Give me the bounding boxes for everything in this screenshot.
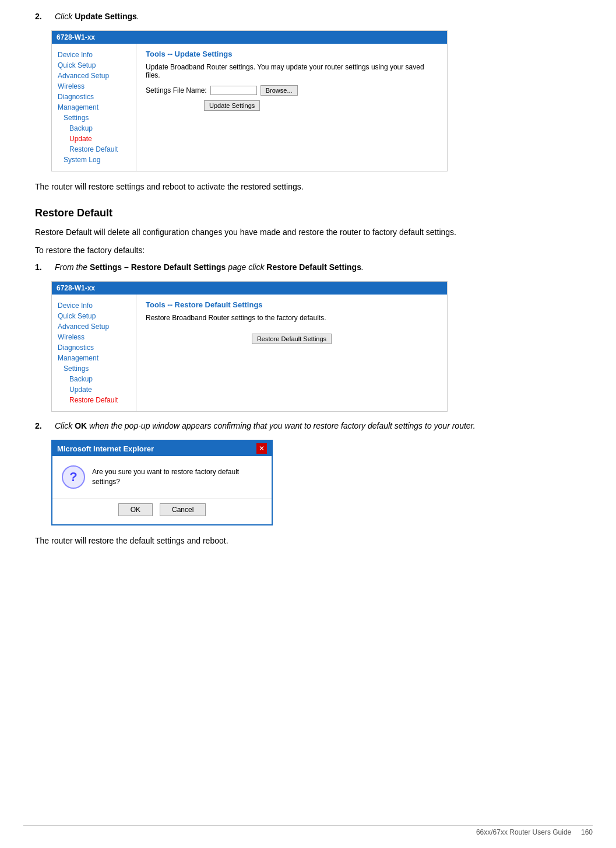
browse-button[interactable]: Browse... (261, 85, 298, 96)
router-body-2: Device Info Quick Setup Advanced Setup W… (52, 295, 447, 411)
popup-title-text: Microsoft Internet Explorer (57, 444, 154, 453)
step1-bold1: Settings – Restore Default Settings (90, 262, 226, 272)
router-title-bar-1: 6728-W1-xx (52, 31, 447, 44)
nav-backup-2[interactable]: Backup (52, 374, 136, 384)
step2-number: 2. (35, 12, 49, 21)
update-btn-row: Update Settings (204, 100, 438, 111)
nav-advanced-setup-2[interactable]: Advanced Setup (52, 321, 136, 332)
restore-default-para2: To restore the factory defaults: (35, 244, 581, 257)
router-content-update: Tools -- Update Settings Update Broadban… (136, 44, 447, 171)
router-content-desc-1: Update Broadband Router settings. You ma… (146, 63, 438, 79)
popup-screenshot: Microsoft Internet Explorer ✕ ? Are you … (51, 440, 273, 525)
nav-quick-setup-1[interactable]: Quick Setup (52, 60, 136, 71)
router-content-title-1: Tools -- Update Settings (146, 50, 438, 58)
nav-update-2[interactable]: Update (52, 384, 136, 395)
after-update-text: The router will restore settings and reb… (35, 181, 581, 193)
settings-file-input[interactable] (210, 86, 257, 95)
nav-update-1[interactable]: Update (52, 134, 136, 144)
nav-restore-default-1[interactable]: Restore Default (52, 144, 136, 155)
router-screenshot-restore: 6728-W1-xx Device Info Quick Setup Advan… (51, 281, 448, 412)
nav-management-1[interactable]: Management (52, 102, 136, 113)
nav-wireless-2[interactable]: Wireless (52, 332, 136, 342)
footer-page: 160 (581, 828, 593, 836)
step1-text: From the Settings – Restore Default Sett… (55, 262, 364, 272)
update-settings-button[interactable]: Update Settings (204, 100, 260, 111)
popup-title-bar: Microsoft Internet Explorer ✕ (52, 441, 272, 456)
after-restore-text: The router will restore the default sett… (35, 535, 581, 547)
nav-settings-2[interactable]: Settings (52, 363, 136, 374)
restore-default-heading: Restore Default (35, 207, 581, 219)
footer-text: 66xx/67xx Router Users Guide (476, 828, 571, 836)
page-footer: 66xx/67xx Router Users Guide 160 (23, 825, 593, 836)
nav-backup-1[interactable]: Backup (52, 123, 136, 134)
restore-btn-row: Restore Default Settings (146, 334, 438, 344)
nav-system-log-1[interactable]: System Log (52, 155, 136, 165)
router-content-title-2: Tools -- Restore Default Settings (146, 300, 438, 309)
step2-ok-header: 2. Click OK when the pop-up window appea… (35, 421, 581, 430)
nav-wireless-1[interactable]: Wireless (52, 81, 136, 92)
step2-update-header: 2. Click Update Settings. (35, 12, 581, 21)
router-nav-1: Device Info Quick Setup Advanced Setup W… (52, 44, 136, 171)
nav-advanced-setup-1[interactable]: Advanced Setup (52, 71, 136, 81)
popup-message: Are you sure you want to restore factory… (92, 467, 262, 487)
settings-file-label: Settings File Name: (146, 86, 207, 94)
step2-ok-bold: OK (75, 421, 87, 430)
step2-ok-text: Click OK when the pop-up window appears … (55, 421, 476, 430)
popup-body: ? Are you sure you want to restore facto… (52, 456, 272, 498)
step1-bold2: Restore Default Settings (266, 262, 361, 272)
router-nav-2: Device Info Quick Setup Advanced Setup W… (52, 295, 136, 411)
popup-buttons: OK Cancel (52, 498, 272, 524)
popup-cancel-button[interactable]: Cancel (160, 503, 206, 516)
nav-device-info-2[interactable]: Device Info (52, 300, 136, 311)
step2-ok-number: 2. (35, 421, 49, 430)
nav-device-info-1[interactable]: Device Info (52, 50, 136, 60)
nav-restore-default-2[interactable]: Restore Default (52, 395, 136, 405)
router-body-1: Device Info Quick Setup Advanced Setup W… (52, 44, 447, 171)
popup-ok-button[interactable]: OK (118, 503, 153, 516)
nav-diagnostics-1[interactable]: Diagnostics (52, 92, 136, 102)
router-content-restore: Tools -- Restore Default Settings Restor… (136, 295, 447, 411)
nav-diagnostics-2[interactable]: Diagnostics (52, 342, 136, 353)
restore-default-para1: Restore Default will delete all configur… (35, 226, 581, 239)
question-icon: ? (62, 465, 85, 489)
popup-close-button[interactable]: ✕ (256, 443, 267, 454)
step1-restore-header: 1. From the Settings – Restore Default S… (35, 262, 581, 272)
nav-quick-setup-2[interactable]: Quick Setup (52, 311, 136, 321)
router-screenshot-update: 6728-W1-xx Device Info Quick Setup Advan… (51, 30, 448, 171)
router-title-bar-2: 6728-W1-xx (52, 282, 447, 295)
nav-settings-1[interactable]: Settings (52, 113, 136, 123)
step2-bold: Update Settings (75, 12, 137, 21)
router-form-row: Settings File Name: Browse... (146, 85, 438, 96)
restore-default-settings-button[interactable]: Restore Default Settings (252, 334, 332, 344)
step1-number: 1. (35, 262, 49, 272)
nav-management-2[interactable]: Management (52, 353, 136, 363)
step2-text: Click Update Settings. (55, 12, 139, 21)
router-content-desc-2: Restore Broadband Router settings to the… (146, 314, 438, 322)
